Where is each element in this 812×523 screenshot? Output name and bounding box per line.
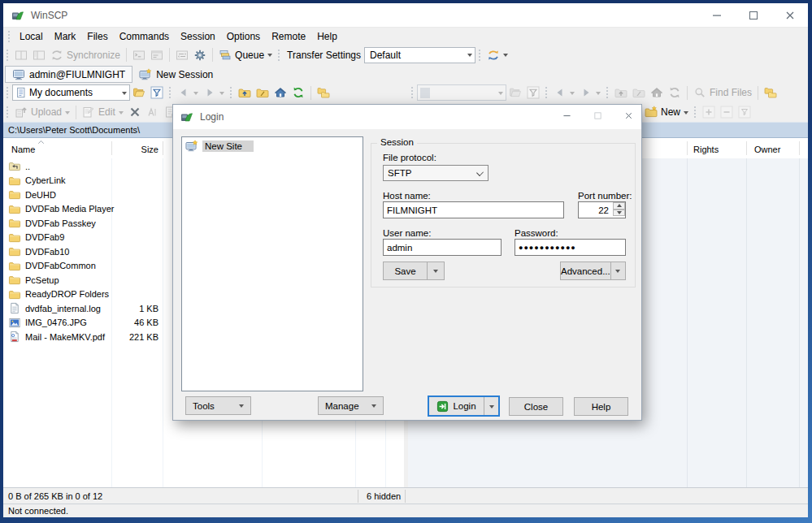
local-filter-button[interactable] [148, 85, 166, 100]
manage-button[interactable]: Manage [318, 396, 384, 415]
login-dialog: Login New Site Session File protocol: SF… [172, 104, 642, 421]
login-dropdown[interactable] [484, 397, 498, 415]
preferences-button[interactable] [191, 48, 209, 63]
new-session-tab[interactable]: New Session [132, 66, 219, 83]
advanced-button[interactable]: Advanced... [560, 262, 626, 280]
filter-icon [527, 86, 540, 99]
transfer-settings-select[interactable]: Default [364, 47, 475, 63]
close-dialog-button[interactable]: Close [509, 397, 563, 416]
delete-button [126, 105, 144, 119]
save-dropdown[interactable] [427, 262, 444, 279]
spin-up-button[interactable] [613, 202, 625, 210]
column-header-owner[interactable]: Owner [754, 145, 780, 154]
menu-remote[interactable]: Remote [266, 28, 311, 45]
menu-commands[interactable]: Commands [114, 28, 175, 45]
toolbar-grip [230, 87, 232, 98]
password-field[interactable] [515, 239, 626, 256]
maximize-icon [747, 9, 760, 22]
menu-files[interactable]: Files [81, 28, 113, 45]
swap-panels-button[interactable] [173, 48, 191, 63]
menu-session[interactable]: Session [175, 28, 221, 45]
panel-toolbars: My documents [3, 83, 808, 102]
maximize-icon [593, 110, 606, 123]
column-header-name[interactable]: Name [11, 145, 35, 154]
column-separator[interactable] [799, 141, 800, 155]
panes-icon [15, 49, 28, 62]
new-site-item[interactable]: New Site [185, 140, 363, 153]
login-button[interactable]: Login [428, 395, 500, 417]
local-parent-directory-button[interactable] [236, 85, 254, 100]
maximize-button[interactable] [735, 3, 771, 28]
column-separator[interactable] [746, 141, 747, 155]
dialog-minimize-button[interactable] [549, 105, 580, 129]
edit-pencil-icon [82, 106, 95, 119]
queue-button[interactable]: Queue [216, 48, 275, 63]
host-name-field[interactable] [383, 201, 564, 218]
dialog-close-button[interactable] [610, 105, 641, 129]
column-header-rights[interactable]: Rights [693, 145, 719, 154]
chevron-down-icon [684, 111, 688, 117]
column-header-size[interactable]: Size [115, 145, 158, 154]
chevron-down-icon [193, 92, 198, 97]
session-group-label: Session [377, 137, 417, 147]
toolbar-grip [694, 106, 696, 118]
menu-options[interactable]: Options [221, 28, 266, 45]
back-arrow-icon [177, 86, 190, 99]
delete-x-icon [128, 106, 141, 119]
file-protocol-label: File protocol: [383, 153, 436, 162]
toolbar-separator [76, 106, 76, 119]
menu-mark[interactable]: Mark [49, 28, 82, 45]
close-button[interactable] [771, 3, 808, 28]
chevron-down-icon [219, 92, 224, 97]
port-number-stepper [578, 201, 626, 218]
forward-arrow-icon [203, 86, 216, 99]
minimize-button[interactable] [698, 3, 735, 28]
transfer-options-button[interactable] [484, 48, 510, 63]
column-separator[interactable] [687, 141, 688, 155]
file-size: 1 KB [115, 304, 158, 313]
file-name: DVDFab10 [25, 247, 69, 257]
commands-button[interactable] [148, 48, 166, 63]
local-back-button[interactable] [175, 85, 201, 100]
upload-label: Upload [31, 106, 62, 118]
column-separator[interactable] [163, 141, 163, 155]
remote-follow-symlinks-button[interactable] [762, 85, 779, 100]
synchronize-button[interactable]: Synchronize [48, 48, 123, 63]
remote-root-directory-button [630, 85, 648, 100]
unselect-button [718, 105, 736, 119]
local-forward-button[interactable] [201, 85, 227, 100]
local-refresh-button[interactable] [289, 85, 307, 100]
tools-button[interactable]: Tools [185, 396, 251, 415]
toolbar-separator [310, 86, 311, 100]
folder-icon [8, 188, 21, 201]
minus-icon [720, 106, 733, 119]
new-button[interactable]: New [642, 105, 691, 119]
folder-root-icon [632, 86, 645, 99]
local-home-directory-button[interactable] [271, 85, 289, 100]
commander-view-button[interactable] [12, 48, 30, 63]
session-icon [12, 68, 25, 81]
column-separator[interactable] [111, 141, 112, 155]
chevron-down-icon [489, 405, 494, 411]
file-protocol-select[interactable]: SFTP [383, 165, 489, 181]
status-cell-divider [358, 490, 358, 503]
spin-up-icon [617, 201, 622, 207]
help-button[interactable]: Help [574, 397, 628, 416]
save-button[interactable]: Save [383, 262, 445, 280]
menu-help[interactable]: Help [311, 28, 343, 45]
refresh-icon [292, 86, 305, 99]
spin-down-button[interactable] [613, 210, 625, 217]
toolbar-separator [169, 48, 170, 62]
local-root-directory-button[interactable] [254, 85, 271, 100]
site-list[interactable]: New Site [181, 136, 363, 391]
explorer-view-button[interactable] [30, 48, 48, 63]
chevron-down-icon [498, 92, 503, 97]
console-button[interactable] [130, 48, 148, 63]
advanced-dropdown[interactable] [610, 262, 625, 279]
local-drive-select[interactable]: My documents [12, 84, 130, 101]
session-tab-active[interactable]: admin@FIULMNIGHT [5, 66, 132, 83]
menu-local[interactable]: Local [14, 28, 49, 45]
user-name-field[interactable] [383, 239, 502, 256]
local-open-directory-button[interactable] [130, 85, 148, 100]
local-follow-symlinks-button[interactable] [315, 85, 332, 100]
